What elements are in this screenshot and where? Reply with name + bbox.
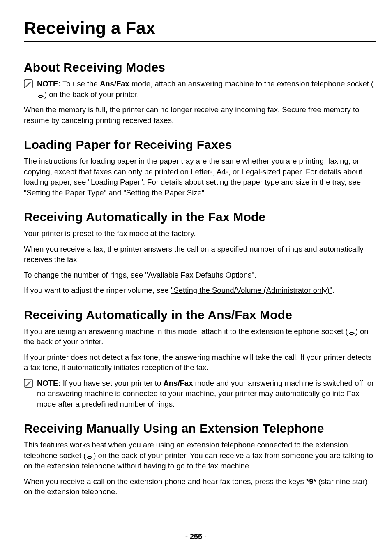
text-volume-post: .: [332, 286, 334, 294]
page-number-value: 255: [190, 533, 202, 541]
page-number-suffix: -: [202, 533, 207, 541]
para-auto-fax-2: When you receive a fax, the printer answ…: [24, 244, 376, 265]
para-loading: The instructions for loading paper in th…: [24, 156, 376, 198]
note-ansfax: Ans/Fax: [100, 79, 129, 88]
para-about-memory: When the memory is full, the printer can…: [24, 104, 376, 125]
link-sound-volume[interactable]: "Setting the Sound/Volume (Administrator…: [171, 286, 332, 294]
note-about-text: NOTE: To use the Ans/Fax mode, attach an…: [37, 79, 376, 100]
text-manual2-pre: When you receive a call on the extension…: [24, 477, 306, 486]
para-auto-fax-4: If you want to adjust the ringer volume,…: [24, 285, 376, 296]
heading-auto-fax: Receiving Automatically in the Fax Mode: [24, 210, 376, 224]
phone-socket-icon: [37, 92, 44, 98]
note-ansfax: NOTE: If you have set your printer to An…: [24, 378, 376, 410]
page-number-prefix: -: [185, 533, 190, 541]
text-rings-post: .: [254, 271, 256, 279]
note-ansfax-text: NOTE: If you have set your printer to An…: [37, 378, 376, 410]
text-volume-pre: If you want to adjust the ringer volume,…: [24, 286, 171, 294]
text-loading-mid2: and: [106, 188, 123, 197]
phone-socket-icon: [86, 453, 93, 459]
text-loading-mid1: . For details about setting the paper ty…: [143, 178, 361, 186]
text-loading-post: .: [204, 188, 206, 197]
pencil-icon: [24, 79, 33, 88]
pencil-icon: [24, 379, 33, 388]
heading-loading-paper: Loading Paper for Receiving Faxes: [24, 138, 376, 152]
link-loading-paper[interactable]: "Loading Paper": [88, 178, 143, 186]
heading-about-receiving-modes: About Receiving Modes: [24, 60, 376, 74]
heading-manual-ext: Receiving Manually Using an Extension Te…: [24, 422, 376, 436]
link-fax-defaults[interactable]: "Available Fax Defaults Options": [145, 271, 254, 279]
note-about: NOTE: To use the Ans/Fax mode, attach an…: [24, 79, 376, 100]
note-ansfax-pre: If you have set your printer to: [61, 379, 164, 387]
note-mid: mode, attach an answering machine to the…: [129, 79, 374, 88]
para-auto-fax-3: To change the number of rings, see "Avai…: [24, 270, 376, 280]
para-ansfax-2: If your printer does not detect a fax to…: [24, 352, 376, 373]
page-number: - 255 -: [0, 533, 392, 541]
link-setting-paper-type[interactable]: "Setting the Paper Type": [24, 188, 106, 197]
para-ansfax-1: If you are using an answering machine in…: [24, 326, 376, 347]
para-manual-2: When you receive a call on the extension…: [24, 476, 376, 497]
note-label: NOTE:: [37, 79, 61, 88]
text-manual2-key: *9*: [306, 477, 316, 486]
text-ansfax-pre: If you are using an answering machine in…: [24, 327, 348, 336]
link-setting-paper-size[interactable]: "Setting the Paper Size": [123, 188, 204, 197]
note-pre: To use the: [61, 79, 100, 88]
para-manual-1: This features works best when you are us…: [24, 440, 376, 471]
note-ansfax-bold: Ans/Fax: [163, 379, 193, 387]
title-divider: [24, 41, 376, 42]
para-auto-fax-1: Your printer is preset to the fax mode a…: [24, 228, 376, 239]
page-title: Receiving a Fax: [24, 19, 376, 38]
phone-socket-icon: [348, 329, 355, 335]
note-post: ) on the back of your printer.: [44, 90, 139, 99]
heading-auto-ansfax: Receiving Automatically in the Ans/Fax M…: [24, 308, 376, 322]
text-rings-pre: To change the number of rings, see: [24, 271, 145, 279]
note-label: NOTE:: [37, 379, 61, 387]
